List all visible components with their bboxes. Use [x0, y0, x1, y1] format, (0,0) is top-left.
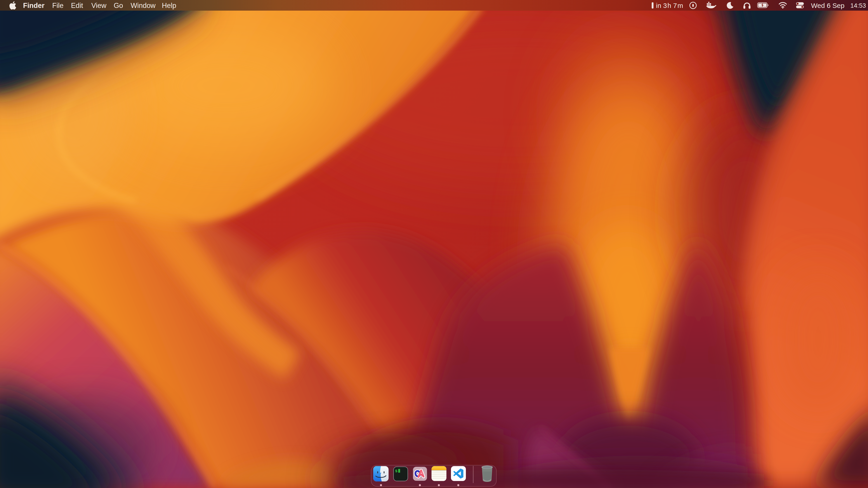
svg-text:$: $ — [395, 469, 397, 473]
